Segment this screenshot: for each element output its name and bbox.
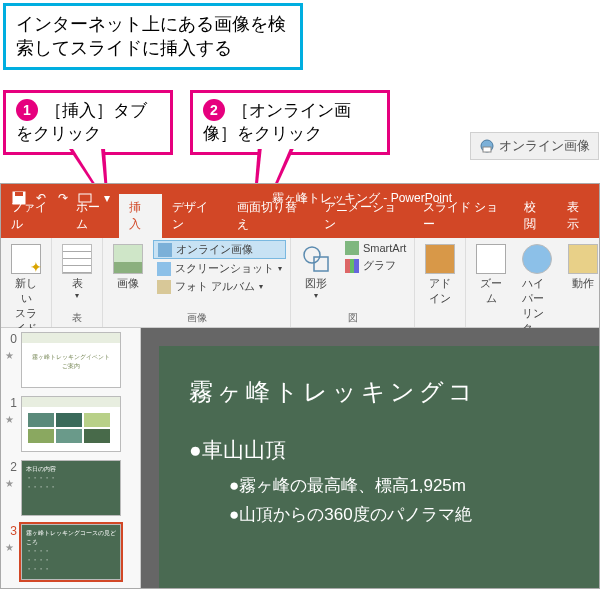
thumbnail-row-3[interactable]: 3 ★ 霧ヶ峰トレッキングコースの見どころ・・・・・・・・・・・・	[5, 524, 136, 580]
tab-home[interactable]: ホーム	[66, 194, 120, 238]
online-image-hint-button: オンライン画像	[470, 132, 599, 160]
tab-file[interactable]: ファイル	[1, 194, 66, 238]
smartart-label: SmartArt	[363, 242, 406, 254]
slide-title[interactable]: 霧ヶ峰トレッキングコ	[189, 376, 599, 408]
thumbnail-row-2[interactable]: 2 ★ 本日の内容・・・・・・・・・・	[5, 460, 136, 516]
online-pictures-label: オンライン画像	[176, 242, 253, 257]
thumb-anim-icon-0: ★	[5, 350, 17, 361]
table-button[interactable]: 表 ▾	[56, 240, 98, 304]
tab-animations[interactable]: アニメーション	[314, 194, 412, 238]
thumb-index-1: 1	[5, 396, 17, 410]
tab-transitions[interactable]: 画面切り替え	[227, 194, 314, 238]
hyperlink-icon	[522, 244, 552, 274]
slide-current[interactable]: 霧ヶ峰トレッキングコ ●車山山頂 ●霧ヶ峰の最高峰、標高1,925m ●山頂から…	[159, 346, 599, 588]
group-label-images: 画像	[107, 309, 286, 327]
thumbnail-3[interactable]: 霧ヶ峰トレッキングコースの見どころ・・・・・・・・・・・・	[21, 524, 121, 580]
action-icon	[568, 244, 598, 274]
zoom-label: ズー ム	[480, 276, 502, 306]
editor-area: 0 ★ 霧ヶ峰トレッキングイベントご案内 1 ★	[1, 328, 599, 588]
callout-2-text: ［オンライン画像］をクリック	[203, 101, 351, 143]
tab-review[interactable]: 校閲	[514, 194, 556, 238]
thumb-index-0: 0	[5, 332, 17, 346]
action-label: 動作	[572, 276, 594, 291]
photo-album-dropdown-icon: ▾	[259, 282, 263, 291]
hyperlink-button[interactable]: ハイパーリンク	[516, 240, 558, 340]
thumbnail-1[interactable]	[21, 396, 121, 452]
thumb-anim-icon-1: ★	[5, 414, 17, 425]
new-slide-icon: ✦	[11, 244, 41, 274]
new-slide-label: 新しい スライド	[11, 276, 41, 336]
pictures-icon	[113, 244, 143, 274]
callout-2-number: 2	[203, 99, 225, 121]
slide-bullet-1[interactable]: ●車山山頂	[189, 436, 599, 464]
callout-2: 2 ［オンライン画像］をクリック	[190, 90, 390, 155]
ribbon-tabs: ファイル ホーム 挿入 デザイン 画面切り替え アニメーション スライド ショー…	[1, 212, 599, 238]
thumbnail-row-0[interactable]: 0 ★ 霧ヶ峰トレッキングイベントご案内	[5, 332, 136, 388]
action-button[interactable]: 動作	[562, 240, 600, 295]
shapes-icon	[301, 244, 331, 274]
chart-label: グラフ	[363, 258, 396, 273]
screenshot-icon	[157, 262, 171, 276]
table-dropdown-icon: ▾	[75, 291, 79, 300]
smartart-button[interactable]: SmartArt	[341, 240, 410, 256]
addins-icon	[425, 244, 455, 274]
shapes-label: 図形	[305, 276, 327, 291]
tab-view[interactable]: 表示	[557, 194, 599, 238]
zoom-button[interactable]: ズー ム	[470, 240, 512, 310]
photo-album-label: フォト アルバム	[175, 279, 255, 294]
pictures-button[interactable]: 画像	[107, 240, 149, 295]
tab-insert[interactable]: 挿入	[119, 194, 161, 238]
ribbon-group-images: 画像 オンライン画像 スクリーンショット ▾ フォト アルバム	[103, 238, 291, 327]
photo-album-button[interactable]: フォト アルバム ▾	[153, 278, 286, 295]
svg-rect-1	[483, 147, 491, 152]
callout-1: 1 ［挿入］タブをクリック	[3, 90, 173, 155]
globe-image-icon	[479, 138, 495, 154]
addins-button[interactable]: アド イン	[419, 240, 461, 310]
instruction-tip-text: インターネット上にある画像を検索してスライドに挿入する	[16, 14, 286, 58]
ribbon: ✦ 新しい スライド スライド 表 ▾ 表 画像	[1, 238, 599, 328]
slide-thumbnails-panel[interactable]: 0 ★ 霧ヶ峰トレッキングイベントご案内 1 ★	[1, 328, 141, 588]
tab-slideshow[interactable]: スライド ショー	[413, 194, 515, 238]
ribbon-group-illustrations: 図形 ▾ SmartArt グラフ 図	[291, 238, 415, 327]
chart-button[interactable]: グラフ	[341, 257, 410, 274]
thumb-index-3: 3	[5, 524, 17, 538]
group-label-tables: 表	[56, 309, 98, 327]
screenshot-button[interactable]: スクリーンショット ▾	[153, 260, 286, 277]
ribbon-group-slides: ✦ 新しい スライド スライド	[1, 238, 52, 327]
group-label-addins	[419, 312, 461, 327]
callout-1-number: 1	[16, 99, 38, 121]
addins-label: アド イン	[429, 276, 451, 306]
new-slide-button[interactable]: ✦ 新しい スライド	[5, 240, 47, 340]
thumbnail-2[interactable]: 本日の内容・・・・・・・・・・	[21, 460, 121, 516]
slide-bullet-2b[interactable]: ●山頂からの360度のパノラマ絶	[229, 503, 599, 526]
svg-rect-6	[314, 257, 328, 271]
tab-design[interactable]: デザイン	[162, 194, 227, 238]
online-pictures-icon	[158, 243, 172, 257]
svg-point-5	[304, 247, 320, 263]
online-image-hint-label: オンライン画像	[499, 137, 590, 155]
hyperlink-label: ハイパーリンク	[522, 276, 552, 336]
thumb-anim-icon-2: ★	[5, 478, 17, 489]
thumbnail-row-1[interactable]: 1 ★	[5, 396, 136, 452]
zoom-icon	[476, 244, 506, 274]
thumbnail-0[interactable]: 霧ヶ峰トレッキングイベントご案内	[21, 332, 121, 388]
chart-icon	[345, 259, 359, 273]
ribbon-group-links: ズー ム ハイパーリンク 動作 リンク	[466, 238, 600, 327]
group-label-illustrations: 図	[295, 309, 410, 327]
ribbon-group-addins: アド イン	[415, 238, 466, 327]
shapes-button[interactable]: 図形 ▾	[295, 240, 337, 304]
thumb-index-2: 2	[5, 460, 17, 474]
screenshot-label: スクリーンショット	[175, 261, 274, 276]
ribbon-group-tables: 表 ▾ 表	[52, 238, 103, 327]
instruction-tip: インターネット上にある画像を検索してスライドに挿入する	[3, 3, 303, 70]
slide-bullet-2a[interactable]: ●霧ヶ峰の最高峰、標高1,925m	[229, 474, 599, 497]
photo-album-icon	[157, 280, 171, 294]
thumb-anim-icon-3: ★	[5, 542, 17, 553]
slide-canvas-area[interactable]: 霧ヶ峰トレッキングコ ●車山山頂 ●霧ヶ峰の最高峰、標高1,925m ●山頂から…	[141, 328, 599, 588]
pictures-label: 画像	[117, 276, 139, 291]
shapes-dropdown-icon: ▾	[314, 291, 318, 300]
table-icon	[62, 244, 92, 274]
smartart-icon	[345, 241, 359, 255]
online-pictures-button[interactable]: オンライン画像	[153, 240, 286, 259]
table-label: 表	[72, 276, 83, 291]
